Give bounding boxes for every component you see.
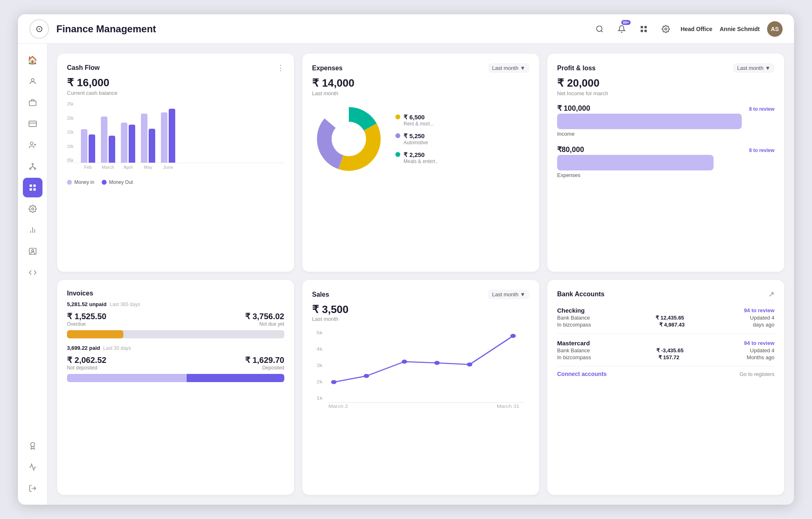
invoices-title: Invoices [67, 290, 93, 297]
bank-footer: Connect accounts Go to registers [557, 371, 774, 377]
svg-point-45 [434, 361, 439, 365]
sidebar-item-badge[interactable] [23, 436, 42, 456]
sidebar-item-home[interactable]: 🏠 [23, 50, 42, 70]
checking-balance-row: Bank Balance ₹ 12,435.65 Updated 4 [557, 315, 774, 321]
pl-expenses-row: ₹80,000 8 to review Expenses [557, 145, 774, 178]
pl-expenses-amount: ₹80,000 [557, 145, 774, 154]
svg-rect-4 [641, 29, 643, 32]
donut-chart [312, 102, 386, 176]
invoices-card: Invoices 5,281.52 unpaid Last 365 days ₹… [57, 280, 294, 495]
goto-registers-link[interactable]: Go to registers [740, 371, 774, 377]
not-due-label: Not due yet [245, 321, 284, 327]
svg-point-30 [31, 443, 35, 447]
pl-income-bar [557, 114, 742, 129]
svg-text:3k: 3k [317, 363, 323, 368]
sales-period-dropdown[interactable]: Last month ▼ [488, 290, 529, 299]
sidebar-item-settings[interactable] [23, 199, 42, 219]
svg-point-29 [31, 250, 33, 252]
cashflow-menu[interactable]: ⋮ [277, 63, 284, 72]
bar-group-march [101, 116, 115, 163]
pl-income-review: 8 to review [749, 106, 774, 112]
mastercard-review[interactable]: 94 to review [744, 340, 774, 346]
svg-rect-5 [645, 29, 647, 32]
sidebar-item-card[interactable] [23, 114, 42, 134]
svg-text:1k: 1k [317, 396, 323, 401]
deposited-label: Deposited [245, 365, 284, 371]
bar-group-may [141, 114, 155, 163]
invoices-unpaid: 5,281.52 unpaid Last 365 days [67, 301, 284, 307]
main-layout: 🏠 [18, 44, 794, 505]
sidebar-item-user[interactable] [23, 72, 42, 91]
svg-line-18 [30, 167, 33, 168]
cashflow-card: Cash Flow ⋮ ₹ 16,000 Current cash balanc… [57, 54, 294, 272]
apps-icon[interactable] [636, 22, 651, 36]
legend-label-out: Money Out [109, 179, 133, 185]
svg-text:5k: 5k [317, 330, 323, 336]
sales-subtitle: Last month [312, 316, 529, 322]
bar-june-in [161, 112, 167, 163]
sidebar-item-add-user[interactable] [23, 135, 42, 155]
invoices-amounts-row: ₹ 1,525.50 Overdue ₹ 3,756.02 Not due ye… [67, 311, 284, 327]
pl-expenses-review: 8 to review [749, 148, 774, 153]
bar-group-feb [81, 129, 95, 163]
sidebar-item-activity[interactable] [23, 457, 42, 477]
app-logo: ⊙ [29, 19, 49, 39]
search-icon[interactable] [592, 22, 607, 36]
bar-march-in [101, 116, 107, 163]
sidebar-item-org[interactable] [23, 157, 42, 176]
sales-amount: ₹ 3,500 [312, 303, 529, 316]
pl-expenses-bar-wrap: 8 to review [557, 155, 774, 170]
settings-icon[interactable] [658, 22, 673, 36]
svg-rect-2 [641, 26, 643, 28]
app-header: ⊙ Finance Management 99+ Head Office Ann… [18, 14, 794, 44]
sidebar-item-dev[interactable] [23, 263, 42, 282]
connect-accounts-link[interactable]: Connect accounts [557, 371, 607, 377]
y-labels: 25k20k15k10k05k [67, 102, 74, 163]
mastercard-balance-row: Bank Balance ₹ -3,435.65 Updated 4 [557, 347, 774, 353]
legend-dot-in [67, 180, 72, 185]
invoices-paid: 3,699.22 paid Last 30 days [67, 345, 284, 351]
overdue-bar-fill [67, 330, 123, 338]
svg-point-16 [34, 168, 36, 169]
header-actions: 99+ Head Office Annie Schmidt AS [592, 21, 783, 37]
export-icon[interactable]: ↗ [768, 290, 774, 299]
bar-march-out [109, 136, 115, 163]
donut-item-auto: ₹ 5,250 Automotive [395, 132, 438, 145]
svg-point-15 [29, 168, 31, 169]
expenses-period-dropdown[interactable]: Last month ▼ [488, 63, 529, 73]
legend-money-in: Money in [67, 179, 94, 185]
pl-period-dropdown[interactable]: Last month ▼ [733, 63, 774, 73]
paid-amounts-row: ₹ 2,062.52 Not deposited ₹ 1,629.70 Depo… [67, 355, 284, 371]
paid-bar [67, 374, 284, 382]
pl-income-amount: ₹ 100,000 [557, 104, 774, 113]
deposited-bar [187, 374, 284, 382]
sidebar-item-analytics[interactable] [23, 220, 42, 240]
legend-label-in: Money in [74, 179, 94, 185]
sidebar-item-briefcase[interactable] [23, 93, 42, 112]
bar-feb-in [81, 129, 87, 163]
not-due-amount: ₹ 3,756.02 [245, 311, 284, 321]
bank-title: Bank Accounts [557, 291, 605, 298]
svg-rect-23 [33, 188, 36, 191]
svg-point-46 [467, 362, 472, 367]
notification-icon[interactable]: 99+ [614, 22, 629, 36]
sidebar-item-contact[interactable] [23, 242, 42, 261]
svg-point-0 [597, 26, 602, 31]
mastercard-bizcompass-row: In bizcompass ₹ 157.72 Months ago [557, 354, 774, 360]
svg-text:March 31: March 31 [497, 404, 519, 409]
sidebar-item-dashboard[interactable] [23, 178, 42, 197]
pl-title: Profit & loss [557, 65, 596, 72]
svg-point-11 [30, 142, 33, 145]
svg-text:2k: 2k [317, 379, 323, 385]
overdue-amount: ₹ 1,525.50 [67, 311, 106, 321]
sidebar-item-logout[interactable] [23, 479, 42, 498]
svg-point-14 [32, 163, 33, 165]
pl-income-bar-wrap: 8 to review [557, 114, 774, 129]
svg-rect-20 [29, 185, 32, 187]
svg-point-43 [364, 374, 369, 378]
checking-review[interactable]: 94 to review [744, 307, 774, 313]
pl-income-label: Income [557, 131, 774, 137]
bank-checking-row: Checking 94 to review Bank Balance ₹ 12,… [557, 301, 774, 334]
donut-legend: ₹ 6,500 Rent & mort... ₹ 5,250 Automotiv… [395, 114, 438, 164]
avatar[interactable]: AS [767, 21, 783, 37]
